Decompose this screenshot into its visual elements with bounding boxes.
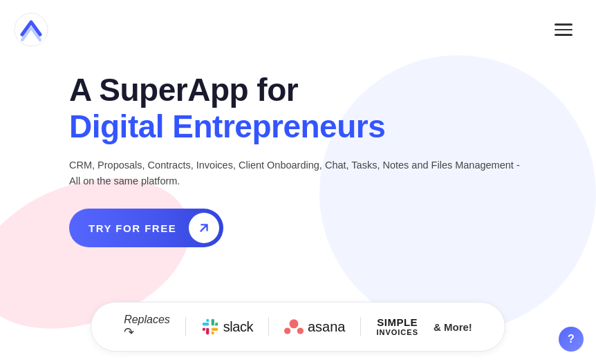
bar-divider-1 — [185, 317, 186, 336]
hamburger-line-1 — [555, 23, 572, 26]
svg-point-1 — [289, 319, 298, 328]
bar-divider-2 — [268, 317, 269, 336]
logo[interactable] — [14, 12, 48, 47]
try-for-free-button[interactable]: TRY FOR FREE — [69, 209, 223, 247]
bar-divider-3 — [360, 317, 361, 336]
replaces-label-wrapper: Replaces ↷ — [124, 314, 170, 340]
hamburger-line-2 — [555, 29, 572, 31]
menu-button[interactable] — [550, 19, 577, 40]
replaces-bar: Replaces ↷ slack asana SIMPLE INVOICES &… — [91, 302, 505, 352]
headline-line1: A SuperApp for — [69, 72, 298, 108]
cta-wrapper: TRY FOR FREE — [69, 209, 596, 247]
hamburger-line-3 — [555, 34, 572, 36]
logo-icon — [14, 12, 48, 47]
svg-point-3 — [297, 327, 304, 334]
asana-brand: asana — [284, 319, 346, 335]
simple-invoices-line2: INVOICES — [376, 328, 418, 336]
slack-icon — [201, 318, 219, 336]
hero-section: A SuperApp for Digital Entrepreneurs CRM… — [0, 59, 596, 247]
help-icon: ? — [568, 333, 575, 345]
slack-name: slack — [223, 319, 253, 335]
replaces-arrow-icon: ↷ — [124, 325, 134, 340]
asana-name: asana — [308, 319, 346, 335]
more-label: & More! — [434, 321, 472, 333]
slack-brand: slack — [201, 318, 253, 336]
svg-point-2 — [284, 327, 290, 334]
page-title: A SuperApp for Digital Entrepreneurs — [69, 72, 596, 145]
simple-invoices-line1: SIMPLE — [377, 317, 418, 329]
asana-icon — [284, 319, 304, 334]
cta-label: TRY FOR FREE — [89, 222, 176, 234]
hero-subtitle: CRM, Proposals, Contracts, Invoices, Cli… — [69, 157, 525, 189]
cta-arrow-icon — [189, 213, 219, 243]
headline-line2: Digital Entrepreneurs — [69, 108, 385, 144]
help-button[interactable]: ? — [559, 327, 584, 352]
simple-invoices-brand: SIMPLE INVOICES — [376, 317, 418, 337]
header — [0, 0, 596, 59]
